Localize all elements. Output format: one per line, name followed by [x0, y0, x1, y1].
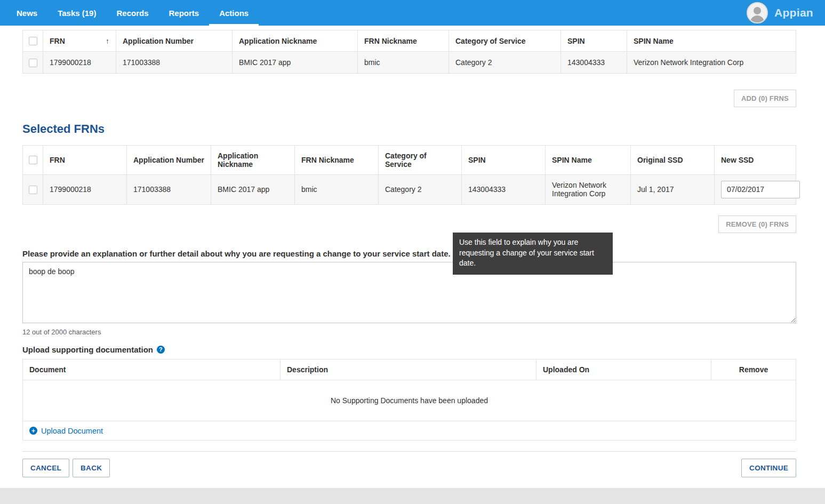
col-header-frn-nickname: FRN Nickname — [358, 30, 449, 52]
table-header-row: FRN Application Number Application Nickn… — [23, 145, 796, 174]
continue-button[interactable]: CONTINUE — [741, 459, 796, 477]
nav-right: Appian — [747, 2, 819, 23]
col-header-frn[interactable]: FRN ↑ — [43, 30, 116, 52]
cell-spin: 143004333 — [462, 174, 546, 204]
cell-category-of-service: Category 2 — [379, 174, 462, 204]
explanation-label-text: Please provide an explanation or further… — [22, 249, 451, 258]
col-header-spin-name: SPIN Name — [546, 145, 631, 174]
new-ssd-input[interactable] — [721, 181, 800, 198]
main-content: FRN ↑ Application Number Application Nic… — [0, 26, 825, 488]
table-row: 1799000218 171003388 BMIC 2017 app bmic … — [23, 174, 796, 204]
col-header-application-nickname: Application Nickname — [211, 145, 295, 174]
selected-frns-table: FRN Application Number Application Nickn… — [22, 145, 796, 205]
cell-application-number: 171003388 — [116, 52, 233, 73]
upload-document-link[interactable]: + Upload Document — [29, 427, 103, 435]
col-header-original-ssd: Original SSD — [631, 145, 715, 174]
user-avatar[interactable] — [747, 2, 768, 23]
col-header-frn-label: FRN — [50, 37, 65, 45]
avatar-person-icon — [754, 7, 761, 14]
cell-spin: 143004333 — [561, 52, 627, 73]
cell-spin-name: Verizon Network Integration Corp — [546, 174, 631, 204]
appian-logo: Appian — [774, 6, 813, 19]
remove-frns-button[interactable]: REMOVE (0) FRNS — [718, 215, 796, 233]
upload-document-link-label: Upload Document — [41, 427, 103, 435]
cell-spin-name: Verizon Network Integration Corp — [627, 52, 796, 73]
supporting-documents-table: Document Description Uploaded On Remove … — [22, 359, 796, 441]
cell-application-nickname: BMIC 2017 app — [233, 52, 358, 73]
cell-frn-nickname: bmic — [295, 174, 379, 204]
character-counter: 12 out of 2000 characters — [22, 328, 796, 336]
cell-category-of-service: Category 2 — [449, 52, 561, 73]
row-select-checkbox[interactable] — [29, 59, 37, 67]
upload-link-row: + Upload Document — [23, 421, 796, 440]
table-header-row: FRN ↑ Application Number Application Nic… — [23, 30, 796, 52]
explanation-label: Please provide an explanation or further… — [22, 249, 796, 258]
col-header-spin: SPIN — [561, 30, 627, 52]
col-header-uploaded-on: Uploaded On — [536, 359, 711, 380]
upload-documentation-label: Upload supporting documentation ? — [22, 345, 796, 354]
empty-state-message: No Supporting Documents have been upload… — [23, 380, 796, 421]
main-nav: News Tasks (19) Records Reports Actions — [6, 0, 259, 26]
col-header-new-ssd: New SSD — [715, 145, 796, 174]
nav-tab-news[interactable]: News — [6, 0, 47, 26]
avatar-person-icon — [750, 15, 764, 23]
col-header-spin-name: SPIN Name — [627, 30, 796, 52]
footer-divider — [22, 451, 796, 452]
top-navbar: News Tasks (19) Records Reports Actions … — [0, 0, 825, 26]
col-header-frn: FRN — [43, 145, 127, 174]
col-header-application-number: Application Number — [116, 30, 233, 52]
cancel-button[interactable]: CANCEL — [22, 459, 69, 477]
help-tooltip: Use this field to explain why you are re… — [453, 233, 613, 275]
col-header-frn-nickname: FRN Nickname — [295, 145, 379, 174]
empty-state-row: No Supporting Documents have been upload… — [23, 380, 796, 421]
nav-tab-records[interactable]: Records — [106, 0, 158, 26]
cell-new-ssd — [715, 174, 796, 204]
help-icon[interactable]: ? — [157, 346, 165, 354]
col-header-category-of-service: Category of Service — [379, 145, 462, 174]
col-header-document: Document — [23, 359, 281, 380]
col-header-spin: SPIN — [462, 145, 546, 174]
add-frns-button[interactable]: ADD (0) FRNS — [734, 90, 796, 107]
explanation-textarea[interactable]: boop de boop — [22, 262, 796, 323]
nav-tab-reports[interactable]: Reports — [158, 0, 209, 26]
nav-tab-tasks[interactable]: Tasks (19) — [47, 0, 106, 26]
cell-application-number: 171003388 — [127, 174, 211, 204]
table-row: 1799000218 171003388 BMIC 2017 app bmic … — [23, 52, 796, 73]
cell-frn-nickname: bmic — [358, 52, 449, 73]
frn-search-results-table: FRN ↑ Application Number Application Nic… — [22, 30, 796, 74]
cell-frn: 1799000218 — [43, 52, 116, 73]
back-button[interactable]: BACK — [73, 459, 110, 477]
select-all-checkbox[interactable] — [29, 156, 37, 164]
row-select-checkbox[interactable] — [29, 186, 37, 194]
col-header-application-nickname: Application Nickname — [233, 30, 358, 52]
col-header-application-number: Application Number — [127, 145, 211, 174]
cell-frn: 1799000218 — [43, 174, 127, 204]
upload-documentation-label-text: Upload supporting documentation — [22, 345, 153, 354]
table-header-row: Document Description Uploaded On Remove — [23, 359, 796, 380]
col-header-description: Description — [281, 359, 536, 380]
col-header-category-of-service: Category of Service — [449, 30, 561, 52]
sort-ascending-icon[interactable]: ↑ — [106, 37, 109, 45]
footer-actions: CANCEL BACK CONTINUE — [22, 459, 796, 488]
cell-original-ssd: Jul 1, 2017 — [631, 174, 715, 204]
cell-application-nickname: BMIC 2017 app — [211, 174, 295, 204]
nav-tab-actions[interactable]: Actions — [209, 0, 259, 26]
page: News Tasks (19) Records Reports Actions … — [0, 0, 825, 504]
select-all-checkbox[interactable] — [29, 37, 37, 45]
plus-circle-icon: + — [29, 427, 37, 435]
selected-frns-heading: Selected FRNs — [22, 122, 796, 136]
col-header-remove: Remove — [711, 359, 796, 380]
